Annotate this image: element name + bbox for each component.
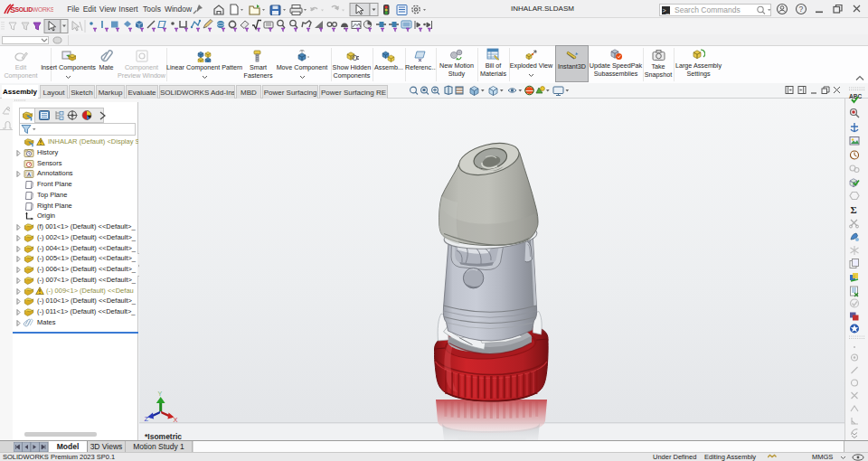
- svg-text:*Isometric: *Isometric: [145, 432, 182, 441]
- svg-text:A: A: [27, 172, 31, 177]
- svg-text:?: ?: [799, 5, 804, 14]
- svg-text:Σ: Σ: [851, 204, 857, 215]
- svg-text:Y: Y: [158, 390, 163, 397]
- svg-text:X: X: [174, 416, 178, 424]
- svg-text:ABC: ABC: [849, 93, 862, 99]
- svg-text:Z: Z: [145, 415, 149, 423]
- svg-text:SOLIDWORKS: SOLIDWORKS: [15, 6, 54, 13]
